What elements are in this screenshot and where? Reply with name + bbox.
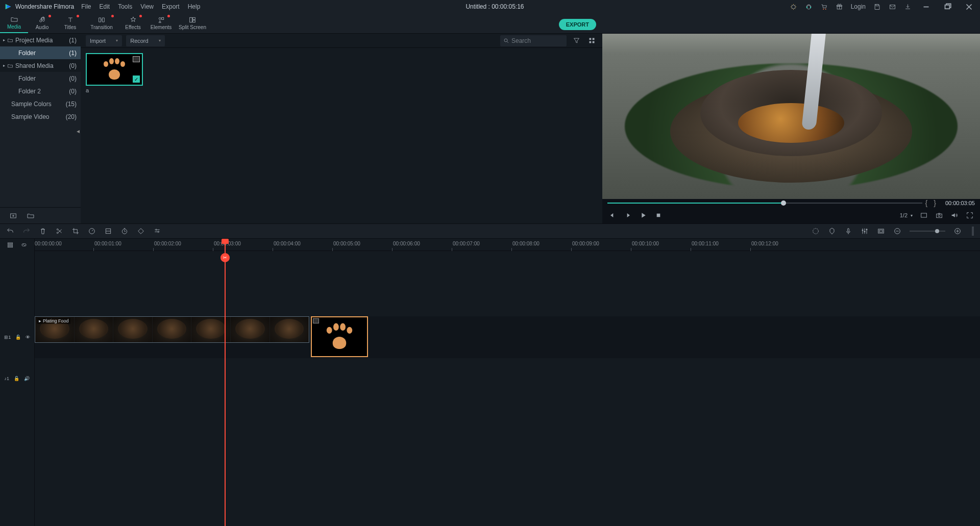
menu-help[interactable]: Help: [188, 3, 201, 10]
preview-zoom[interactable]: 1/2▾: [900, 212, 913, 218]
tab-elements[interactable]: Elements: [147, 13, 175, 33]
video-track-header[interactable]: ⊞1 🔓 👁: [0, 316, 34, 358]
visibility-icon[interactable]: 👁: [26, 335, 30, 340]
ruler-tick: 00:00:02:00: [154, 241, 181, 246]
crop-icon[interactable]: [71, 227, 80, 235]
cart-icon[interactable]: [820, 3, 828, 11]
mute-icon[interactable]: 🔊: [24, 376, 30, 381]
fullscreen-icon[interactable]: [966, 211, 974, 219]
support-icon[interactable]: [805, 3, 813, 11]
video-track-label: ⊞1: [4, 335, 11, 340]
tab-audio[interactable]: Audio: [28, 13, 56, 33]
svg-rect-8: [876, 4, 878, 6]
split-icon[interactable]: [55, 227, 63, 235]
next-frame-icon[interactable]: [624, 211, 632, 219]
preview-progress[interactable]: { } 00:00:03:05: [602, 199, 980, 207]
keyframe-icon[interactable]: [137, 227, 145, 235]
undo-icon[interactable]: [6, 227, 14, 235]
window-minimize[interactable]: [919, 0, 933, 13]
video-track[interactable]: ▸Plating Food: [35, 316, 980, 358]
render-icon[interactable]: [812, 227, 820, 235]
menu-view[interactable]: View: [140, 3, 154, 10]
prev-frame-icon[interactable]: [608, 211, 617, 219]
clip-paw-image[interactable]: [311, 316, 368, 357]
zoom-out-icon[interactable]: [893, 227, 901, 235]
menu-file[interactable]: File: [81, 3, 91, 10]
tab-label: Audio: [36, 24, 49, 30]
filter-icon[interactable]: [571, 35, 582, 46]
search-input[interactable]: Search: [500, 35, 567, 46]
mixer-icon[interactable]: [861, 227, 869, 235]
scissors-icon[interactable]: [220, 253, 230, 262]
tab-transition[interactable]: Transition: [84, 13, 119, 33]
freeze-icon[interactable]: [104, 227, 112, 235]
save-icon[interactable]: [873, 3, 881, 11]
sidebar-item-sample-colors-5[interactable]: Sample Colors(15): [0, 97, 81, 110]
timeline-body[interactable]: 00:00:00:0000:00:01:0000:00:02:0000:00:0…: [35, 239, 980, 526]
stop-icon[interactable]: [654, 211, 663, 219]
sidebar-item-folder-3[interactable]: Folder(0): [0, 72, 81, 85]
mark-out-icon[interactable]: }: [930, 199, 939, 207]
duration-icon[interactable]: [120, 227, 129, 235]
lock-icon[interactable]: 🔓: [15, 335, 21, 340]
lock-icon[interactable]: 🔓: [14, 376, 19, 381]
preview-video[interactable]: [602, 34, 980, 199]
tab-label: Transition: [90, 24, 113, 30]
sidebar-item-project-media-0[interactable]: ▸Project Media(1): [0, 34, 81, 46]
tab-media[interactable]: Media: [0, 13, 28, 33]
ruler-tick: 00:00:11:00: [692, 241, 719, 246]
sidebar-item-shared-media-2[interactable]: ▸Shared Media(0): [0, 59, 81, 72]
view-grid-icon[interactable]: [586, 35, 597, 46]
manage-tracks-icon[interactable]: [6, 241, 14, 249]
delete-icon[interactable]: [39, 227, 47, 235]
new-bin-icon[interactable]: [9, 212, 17, 220]
export-button[interactable]: EXPORT: [559, 19, 596, 30]
tab-titles[interactable]: Titles: [56, 13, 84, 33]
record-dropdown[interactable]: Record▾: [126, 35, 164, 46]
zoom-in-icon[interactable]: [953, 227, 962, 235]
speed-icon[interactable]: [88, 227, 96, 235]
marker-icon[interactable]: [828, 227, 836, 235]
link-icon[interactable]: [20, 241, 28, 249]
timeline-toolbar: [0, 223, 980, 239]
tab-label: Media: [7, 24, 21, 30]
menu-export[interactable]: Export: [162, 3, 180, 10]
quality-icon[interactable]: [920, 211, 928, 219]
audio-track-header[interactable]: ♪1 🔓 🔊: [0, 372, 34, 385]
sidebar-item-folder-2-4[interactable]: Folder 2(0): [0, 85, 81, 97]
window-restore[interactable]: [940, 0, 954, 13]
download-icon[interactable]: [903, 3, 912, 11]
sidebar-item-folder-1[interactable]: Folder(1): [0, 46, 81, 59]
window-close[interactable]: [962, 0, 976, 13]
menu-edit[interactable]: Edit: [100, 3, 110, 10]
play-icon[interactable]: [639, 211, 647, 219]
ruler-tick: 00:00:10:00: [632, 241, 659, 246]
new-folder-icon[interactable]: [27, 212, 35, 220]
mark-in-icon[interactable]: {: [922, 199, 931, 207]
svg-point-0: [792, 5, 796, 9]
used-check-icon: ✓: [133, 76, 140, 83]
tips-icon[interactable]: [790, 3, 798, 11]
time-ruler[interactable]: 00:00:00:0000:00:01:0000:00:02:0000:00:0…: [35, 239, 980, 251]
redo-icon[interactable]: [22, 227, 31, 235]
import-dropdown[interactable]: Import▾: [86, 35, 122, 46]
svg-rect-21: [592, 41, 594, 43]
sidebar-collapse[interactable]: ◂: [76, 127, 81, 136]
media-thumb-a[interactable]: ✓a: [86, 53, 143, 93]
sidebar-item-sample-video-6[interactable]: Sample Video(20): [0, 110, 81, 123]
voiceover-icon[interactable]: [844, 227, 852, 235]
ruler-tick: 00:00:01:00: [94, 241, 121, 246]
tab-split-screen[interactable]: Split Screen: [175, 13, 210, 33]
mail-icon[interactable]: [888, 3, 896, 11]
login-button[interactable]: Login: [851, 3, 866, 10]
adjust-icon[interactable]: [153, 227, 161, 235]
volume-icon[interactable]: [950, 211, 959, 219]
menu-tools[interactable]: Tools: [118, 3, 132, 10]
gift-icon[interactable]: [836, 3, 844, 11]
playhead[interactable]: [225, 239, 226, 526]
zoom-slider[interactable]: [910, 231, 945, 232]
safe-zone-icon[interactable]: [877, 227, 885, 235]
snapshot-icon[interactable]: [935, 211, 943, 219]
clip-plating-food[interactable]: ▸Plating Food: [35, 316, 309, 343]
tab-effects[interactable]: Effects: [119, 13, 147, 33]
